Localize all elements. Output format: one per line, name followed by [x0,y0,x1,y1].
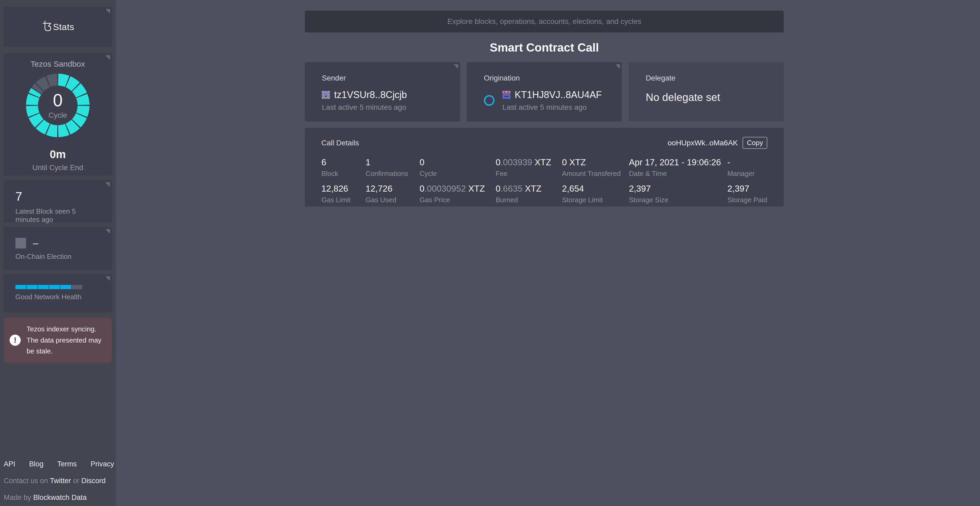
stat-value: 0 XTZ [562,157,629,168]
search-input[interactable] [305,11,784,32]
card-corner-icon [105,182,110,187]
loading-spinner-icon [484,95,495,106]
stat-cell: 0.003939 XTZFee [496,157,562,178]
stat-value: 0 [420,157,496,168]
sender-card: Sender tz1VSUr8..8Cjcjb Last active 5 mi… [305,62,460,121]
health-label: Good Network Health [15,293,100,301]
sender-last-active: Last active 5 minutes ago [322,103,449,112]
call-details-card: Call Details ooHUpxWk..oMa6AK Copy 6Bloc… [305,128,784,206]
election-value: – [33,238,38,249]
sidebar-footer: APIBlogTermsPrivacy Contact us on Twitte… [4,460,110,502]
stat-label: Burned [496,196,562,204]
stat-value: 2,397 [629,184,727,194]
stat-label: Fee [496,169,562,178]
stat-cell: 2,397Storage Size [629,184,727,204]
card-corner-icon [105,276,110,281]
stat-label: Amount Transfered [562,169,629,178]
network-health-card[interactable]: Good Network Health [4,274,112,312]
cycle-countdown-label: Until Cycle End [4,163,112,172]
stat-cell: 2,397Storage Paid [727,184,767,204]
stat-cell: 0Cycle [420,157,496,178]
discord-link[interactable]: Discord [81,477,106,485]
stat-value: 12,826 [321,184,366,194]
cycle-label: Cycle [48,111,67,120]
stat-label: Gas Price [420,196,496,204]
footer-links: APIBlogTermsPrivacy [4,460,110,468]
cycle-gauge: 0 Cycle [25,73,90,138]
footer-link-terms[interactable]: Terms [57,460,77,468]
election-label: On-Chain Election [15,252,100,261]
stat-value: 2,397 [727,184,767,194]
sender-address-link[interactable]: tz1VSUr8..8Cjcjb [334,89,407,101]
stat-label: Storage Limit [562,196,629,204]
stat-label: Block [321,169,366,178]
origination-identicon [503,91,511,99]
network-status-card: Tezos Sandbox 0 Cycle 0m Until Cycle End [4,53,112,176]
contact-line: Contact us on Twitter or Discord [4,477,110,485]
stat-cell: 6Block [321,157,366,178]
delegate-label: Delegate [646,74,773,82]
origination-address-link[interactable]: KT1HJ8VJ..8AU4AF [515,89,602,101]
stat-cell: Apr 17, 2021 - 19:06:26Date & Time [629,157,727,178]
delegate-empty-text: No delegate set [646,91,773,104]
stat-cell: 0.00030952 XTZGas Price [420,184,496,204]
tzstats-logo[interactable]: Stats [41,20,74,34]
cycle-value: 0 [53,91,63,109]
stat-value: - [727,157,767,168]
stat-value: 0.003939 XTZ [496,157,562,168]
delegate-card: Delegate No delegate set [628,62,784,121]
stat-cell: 12,826Gas Limit [321,184,366,204]
election-status-icon [15,238,26,249]
stat-label: Gas Limit [321,196,366,204]
health-segment [27,285,37,289]
stat-label: Confirmations [366,169,420,178]
latest-block-card[interactable]: 7 Latest Block seen 5 minutes ago [4,180,112,222]
stat-value: 12,726 [366,184,420,194]
footer-link-api[interactable]: API [4,460,15,468]
madeby-line: Made by Blockwatch Data [4,493,110,502]
stat-value: 0.6635 XTZ [496,184,562,194]
twitter-link[interactable]: Twitter [50,477,71,485]
sender-identicon [322,91,330,99]
stat-cell: 0.6635 XTZBurned [496,184,562,204]
origination-last-active: Last active 5 minutes ago [503,103,602,112]
call-details-title: Call Details [321,139,359,147]
stat-cell: 12,726Gas Used [366,184,420,204]
stat-label: Date & Time [629,169,727,178]
page-title: Smart Contract Call [305,41,784,54]
brand-name: Stats [53,22,74,32]
election-card[interactable]: – On-Chain Election [4,227,112,270]
health-segment [38,285,49,289]
logo-card[interactable]: Stats [4,7,112,47]
card-corner-icon [105,55,110,60]
health-segment [60,285,71,289]
cycle-countdown-value: 0m [4,148,112,161]
blockwatch-link[interactable]: Blockwatch Data [33,493,87,501]
network-name: Tezos Sandbox [4,53,112,69]
footer-link-privacy[interactable]: Privacy [91,460,114,468]
latest-block-value: 7 [15,189,100,204]
sidebar: Stats Tezos Sandbox 0 Cycle 0m Until Cyc… [0,0,116,506]
card-corner-icon [616,64,620,69]
stat-label: Cycle [420,169,496,178]
stat-value: 1 [366,157,420,168]
stat-cell: 2,654Storage Limit [562,184,629,204]
footer-link-blog[interactable]: Blog [29,460,43,468]
sender-label: Sender [322,74,449,82]
stat-value: 2,654 [562,184,629,194]
stat-cell: 0 XTZAmount Transfered [562,157,629,178]
origination-card: Origination KT1HJ8VJ..8AU4AF Last active… [467,62,622,121]
stat-label: Gas Used [366,196,420,204]
tezos-tz-icon [41,20,52,34]
health-segment [15,285,26,289]
stat-value: 0.00030952 XTZ [420,184,496,194]
copy-button[interactable]: Copy [743,137,767,149]
card-corner-icon [453,64,458,69]
operation-hash: ooHUpxWk..oMa6AK [668,139,738,147]
indexer-sync-alert: ! Tezos indexer syncing. The data presen… [4,317,112,363]
alert-text: Tezos indexer syncing. The data presente… [27,324,106,357]
card-corner-icon [105,229,110,234]
stat-label: Storage Paid [727,196,767,204]
call-stats-grid: 6Block1Confirmations0Cycle0.003939 XTZFe… [321,157,767,204]
health-segment [72,285,82,289]
